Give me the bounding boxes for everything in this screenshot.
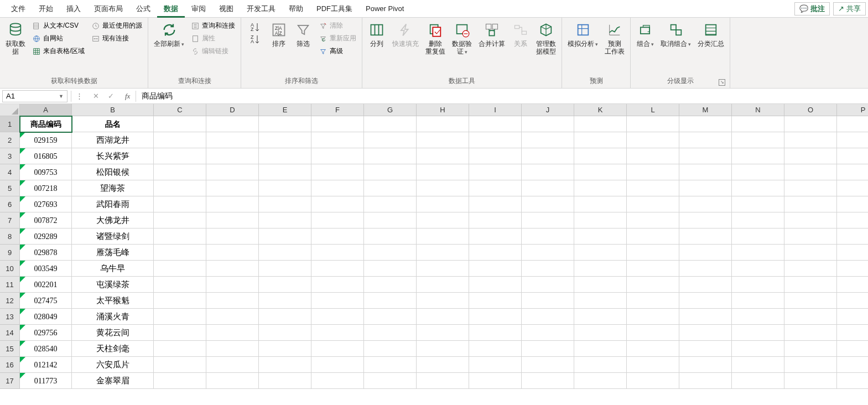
cell-I16[interactable] <box>469 357 522 373</box>
cell-I10[interactable] <box>469 261 522 277</box>
cell-K5[interactable] <box>574 180 627 196</box>
cell-A11[interactable]: 002201 <box>20 277 72 293</box>
cell-B12[interactable]: 太平猴魁 <box>72 293 154 309</box>
tab-公式[interactable]: 公式 <box>129 0 157 18</box>
cell-M9[interactable] <box>679 245 732 261</box>
tab-开发工具[interactable]: 开发工具 <box>240 0 282 18</box>
cell-E13[interactable] <box>259 309 311 325</box>
cell-J6[interactable] <box>522 196 574 212</box>
cell-B15[interactable]: 天柱剑毫 <box>72 341 154 357</box>
管理数据模型-button[interactable]: 管理数 据模型 <box>534 20 558 56</box>
cell-A3[interactable]: 016805 <box>20 148 72 164</box>
cell-B3[interactable]: 长兴紫笋 <box>72 148 154 164</box>
模拟分析-button[interactable]: 模拟分析 <box>565 20 600 49</box>
cell-B5[interactable]: 望海茶 <box>72 180 154 196</box>
tab-插入[interactable]: 插入 <box>60 0 87 18</box>
cell-G3[interactable] <box>364 148 417 164</box>
cell-B8[interactable]: 诸暨绿剑 <box>72 229 154 245</box>
cell-P7[interactable] <box>837 212 868 229</box>
cell-I4[interactable] <box>469 164 522 180</box>
cell-A6[interactable]: 027693 <box>20 196 72 212</box>
cell-P5[interactable] <box>837 180 868 196</box>
cell-K6[interactable] <box>574 196 627 212</box>
cell-B2[interactable]: 西湖龙井 <box>72 132 154 148</box>
cell-H3[interactable] <box>417 148 469 164</box>
tab-PDF工具集[interactable]: PDF工具集 <box>310 0 359 18</box>
row-header-8[interactable]: 8 <box>0 229 20 245</box>
cell-F11[interactable] <box>311 277 364 293</box>
cell-O11[interactable] <box>784 277 837 293</box>
cell-C8[interactable] <box>154 229 206 245</box>
cell-H6[interactable] <box>417 196 469 212</box>
cell-K15[interactable] <box>574 341 627 357</box>
cell-D6[interactable] <box>206 196 259 212</box>
cell-E14[interactable] <box>259 325 311 341</box>
cell-J3[interactable] <box>522 148 574 164</box>
cell-C17[interactable] <box>154 373 206 389</box>
cell-B7[interactable]: 大佛龙井 <box>72 212 154 229</box>
cell-A4[interactable]: 009753 <box>20 164 72 180</box>
cell-P17[interactable] <box>837 373 868 389</box>
cell-G11[interactable] <box>364 277 417 293</box>
查询和连接-button[interactable]: 查询和连接 <box>189 20 237 32</box>
cell-J1[interactable] <box>522 116 574 132</box>
cell-L13[interactable] <box>627 309 679 325</box>
排序-button[interactable]: Z|AA|Z排序 <box>268 20 290 49</box>
cell-F10[interactable] <box>311 261 364 277</box>
cell-D17[interactable] <box>206 373 259 389</box>
cell-C11[interactable] <box>154 277 206 293</box>
现有连接-button[interactable]: 现有连接 <box>89 33 144 44</box>
cell-K3[interactable] <box>574 148 627 164</box>
select-all-button[interactable] <box>0 104 20 116</box>
enter-icon[interactable]: ✓ <box>108 92 114 100</box>
cell-M8[interactable] <box>679 229 732 245</box>
cell-B13[interactable]: 涌溪火青 <box>72 309 154 325</box>
cell-J5[interactable] <box>522 180 574 196</box>
cell-I14[interactable] <box>469 325 522 341</box>
cell-D3[interactable] <box>206 148 259 164</box>
cell-J16[interactable] <box>522 357 574 373</box>
cell-O9[interactable] <box>784 245 837 261</box>
cell-L15[interactable] <box>627 341 679 357</box>
cell-F1[interactable] <box>311 116 364 132</box>
cell-H7[interactable] <box>417 212 469 229</box>
cell-P15[interactable] <box>837 341 868 357</box>
tab-Power Pivot[interactable]: Power Pivot <box>359 0 410 18</box>
cell-C7[interactable] <box>154 212 206 229</box>
分列-button[interactable]: 分列 <box>366 20 388 49</box>
cell-G7[interactable] <box>364 212 417 229</box>
sort-az-buttons[interactable]: AZZA <box>245 20 266 46</box>
获取数据-button[interactable]: 获取数 据 <box>3 20 28 56</box>
cell-G6[interactable] <box>364 196 417 212</box>
cell-O15[interactable] <box>784 341 837 357</box>
cell-K14[interactable] <box>574 325 627 341</box>
cell-O13[interactable] <box>784 309 837 325</box>
cell-N7[interactable] <box>732 212 784 229</box>
cell-H2[interactable] <box>417 132 469 148</box>
cell-P10[interactable] <box>837 261 868 277</box>
column-header-H[interactable]: H <box>417 104 469 116</box>
cell-A2[interactable]: 029159 <box>20 132 72 148</box>
cell-G13[interactable] <box>364 309 417 325</box>
cell-O10[interactable] <box>784 261 837 277</box>
cell-N13[interactable] <box>732 309 784 325</box>
cell-D5[interactable] <box>206 180 259 196</box>
cell-F4[interactable] <box>311 164 364 180</box>
cell-K10[interactable] <box>574 261 627 277</box>
column-header-E[interactable]: E <box>259 104 311 116</box>
cell-A14[interactable]: 029756 <box>20 325 72 341</box>
column-header-A[interactable]: A <box>20 104 72 116</box>
cell-F3[interactable] <box>311 148 364 164</box>
cell-B10[interactable]: 乌牛早 <box>72 261 154 277</box>
cell-L5[interactable] <box>627 180 679 196</box>
cell-E12[interactable] <box>259 293 311 309</box>
cell-N14[interactable] <box>732 325 784 341</box>
cell-D4[interactable] <box>206 164 259 180</box>
row-header-11[interactable]: 11 <box>0 277 20 293</box>
cell-E2[interactable] <box>259 132 311 148</box>
cell-E17[interactable] <box>259 373 311 389</box>
cell-M1[interactable] <box>679 116 732 132</box>
cell-A12[interactable]: 027475 <box>20 293 72 309</box>
cell-O4[interactable] <box>784 164 837 180</box>
row-header-12[interactable]: 12 <box>0 293 20 309</box>
